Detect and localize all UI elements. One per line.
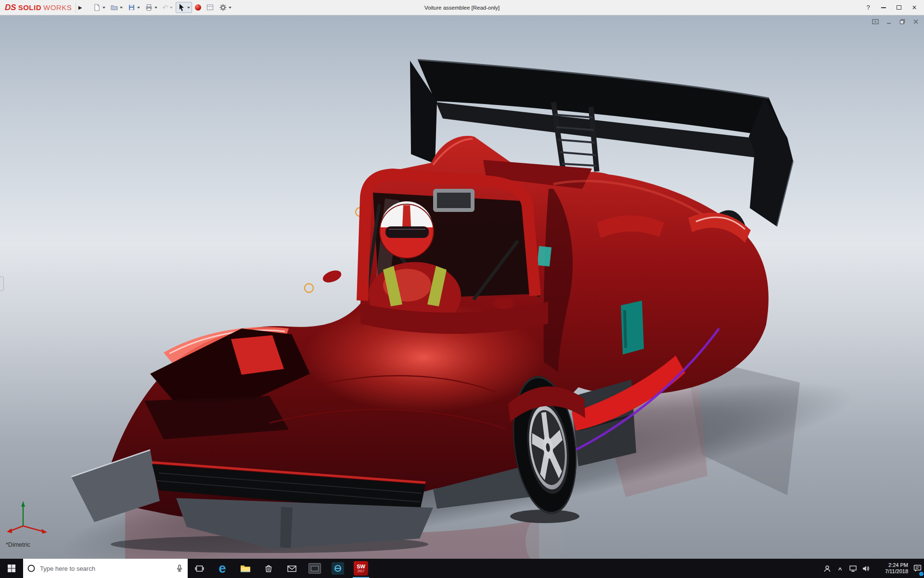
search-input[interactable]: [39, 565, 172, 573]
cortana-icon: [27, 564, 36, 573]
dropdown-caret-icon[interactable]: [154, 7, 157, 9]
open-button[interactable]: [108, 2, 125, 13]
mirror-pod: [433, 189, 475, 212]
network-icon: [849, 565, 857, 572]
store-bag-icon: [264, 564, 273, 573]
dock-left-icon: [872, 19, 879, 25]
network-button[interactable]: [847, 559, 860, 578]
document-window-controls: [872, 18, 919, 25]
side-mirror: [493, 298, 514, 309]
app-window-icon: [308, 563, 321, 574]
select-cursor-icon: [178, 3, 186, 12]
model-3d-view[interactable]: [0, 15, 924, 559]
volume-button[interactable]: [860, 559, 873, 578]
close-icon: [913, 19, 919, 25]
save-button[interactable]: [126, 2, 142, 13]
print-icon: [145, 3, 153, 12]
people-icon: [823, 565, 832, 573]
dropdown-caret-icon[interactable]: [120, 7, 123, 9]
appearance-button[interactable]: [193, 3, 203, 12]
driver-helmet: [380, 201, 434, 258]
main-toolbar: ↶: [91, 2, 233, 13]
app-blue-icon: [332, 562, 344, 575]
mail-icon: [287, 565, 297, 573]
undo-button[interactable]: ↶: [160, 2, 175, 13]
restore-icon: [899, 19, 905, 25]
hidden-icons-button[interactable]: ^: [834, 559, 847, 578]
open-folder-icon: [110, 3, 118, 12]
task-view-icon: [195, 565, 204, 572]
start-button[interactable]: [0, 559, 23, 578]
window-controls: ? ×: [861, 2, 921, 13]
edge-button[interactable]: e: [211, 559, 234, 578]
drawing-sheet-button[interactable]: [204, 2, 216, 13]
edge-icon: e: [218, 562, 226, 575]
select-tool-button[interactable]: [176, 2, 192, 13]
windows-taskbar: e: [0, 559, 924, 578]
clock-time: 2:24 PM: [888, 562, 908, 568]
dropdown-caret-icon[interactable]: [229, 7, 231, 9]
dropdown-caret-icon[interactable]: [137, 7, 140, 9]
minimize-icon: [886, 19, 892, 25]
taskbar-clock[interactable]: 2:24 PM 7/11/2018: [873, 559, 911, 578]
brand-works-text: WORKS: [43, 3, 72, 12]
ds-logo-icon: DS: [5, 3, 16, 13]
app-blue-button[interactable]: [326, 559, 349, 578]
solidworks-app-button[interactable]: SW 2017: [349, 559, 372, 578]
undo-icon: ↶: [162, 4, 168, 11]
maximize-icon: [897, 5, 901, 10]
solidworks-logo: DS SOLIDWORKS: [3, 3, 76, 13]
task-view-button[interactable]: [188, 559, 211, 578]
options-button[interactable]: [217, 2, 233, 13]
doc-minimize-button[interactable]: [885, 18, 892, 25]
maximize-button[interactable]: [892, 2, 906, 13]
action-center-button[interactable]: [911, 559, 924, 578]
people-button[interactable]: [821, 559, 834, 578]
graphics-viewport[interactable]: *Dimetric: [0, 15, 924, 559]
document-title: Voiture assemblee [Read-only]: [424, 5, 500, 11]
dropdown-caret-icon[interactable]: [103, 7, 105, 9]
doc-close-button[interactable]: [912, 18, 919, 25]
system-tray: ^ 2:24 PM 7/11/2018: [821, 559, 924, 578]
side-mirror: [321, 268, 343, 285]
tow-ring-detail: [305, 284, 313, 292]
file-explorer-button[interactable]: [234, 559, 257, 578]
windows-logo-icon: [7, 564, 16, 573]
mail-button[interactable]: [280, 559, 303, 578]
dropdown-caret-icon[interactable]: [170, 7, 173, 9]
notification-badge: [919, 572, 924, 576]
dropdown-caret-icon[interactable]: [187, 7, 190, 9]
new-document-button[interactable]: [91, 2, 107, 13]
cockpit-teal-detail: [537, 246, 552, 266]
app-titlebar: DS SOLIDWORKS ▶: [0, 0, 924, 15]
new-document-icon: [93, 3, 101, 12]
microphone-icon[interactable]: [175, 564, 184, 573]
file-explorer-icon: [240, 564, 251, 573]
minimize-button[interactable]: [877, 2, 890, 13]
app-window-button[interactable]: [303, 559, 326, 578]
solidworks-app-icon: SW 2017: [354, 561, 368, 576]
print-button[interactable]: [143, 2, 159, 13]
help-button[interactable]: ?: [861, 2, 875, 13]
orientation-triad: [4, 496, 52, 537]
save-floppy-icon: [128, 3, 136, 12]
toolbar-expand-button[interactable]: ▶: [76, 2, 84, 13]
gear-icon: [219, 3, 227, 12]
doc-restore-button[interactable]: [898, 18, 906, 25]
close-button[interactable]: ×: [908, 2, 921, 13]
clock-date: 7/11/2018: [885, 568, 908, 575]
speaker-icon: [862, 565, 870, 573]
doc-dock-button[interactable]: [872, 18, 879, 25]
sheet-icon: [206, 3, 214, 12]
store-button[interactable]: [257, 559, 280, 578]
chevron-up-icon: ^: [838, 566, 842, 573]
appearance-sphere-icon: [195, 4, 201, 11]
brand-solid-text: SOLID: [18, 3, 41, 12]
minimize-icon: [881, 7, 886, 8]
taskbar-search[interactable]: [23, 559, 188, 578]
view-orientation-label: *Dimetric: [6, 541, 30, 548]
